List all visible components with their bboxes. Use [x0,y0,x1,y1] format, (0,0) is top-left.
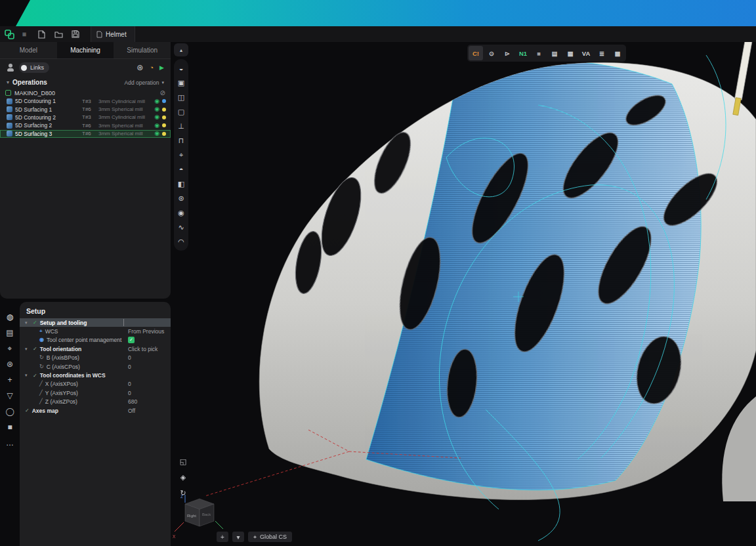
tab-model[interactable]: Model [0,42,57,58]
save-button[interactable] [68,28,83,41]
tab-machining[interactable]: Machining [57,42,114,58]
setup-row-setup-and-tooling[interactable]: ▾ ✓ Setup and tooling [20,318,171,327]
run-button[interactable]: ▶ [159,64,164,71]
transform-icon[interactable]: + [3,373,17,387]
statistics-button[interactable]: ▦ [563,46,578,60]
setup-row-axis-z[interactable]: ╱ Z (AxisZPos) 680 [20,398,171,406]
chevron-down-icon[interactable]: ▾ [25,346,30,352]
simulation-status-icon[interactable]: ◉ [154,106,159,112]
holder-icon[interactable]: ⊓ [174,133,188,148]
main-menu-button[interactable]: ≡ [17,28,32,41]
setup-row-axis-y[interactable]: ╱ Y (AxisYPos) 0 [20,388,171,397]
setup-row-value[interactable]: 0 [128,364,131,370]
helmet-model[interactable] [259,60,756,501]
stock-view-button[interactable]: ■ [532,46,546,60]
simulation-status-icon[interactable]: ◉ [154,114,159,120]
cube-front-label: Right [187,514,196,518]
curve-icon[interactable]: ∿ [174,220,188,234]
3d-viewport[interactable]: ▴ ◒ ▣ ◫ ▢ ⊥ ⊓ ⌖ ◓ ◧ ⊛ ◉ ∿ ◠ C! ⊙ ⊳ N1 [171,42,756,546]
setup-row-value[interactable]: 0 [128,390,131,396]
simulation-status-icon[interactable]: ◉ [154,123,159,129]
viewport-bottom-bar: + ▾ ⌖ Global CS [217,532,292,542]
operation-row-selected[interactable]: 5D Surfacing 3 T#6 3mm Spherical mill ◉ [0,130,171,138]
top-gradient-bar [0,0,756,26]
point-icon[interactable]: ◉ [174,205,188,220]
new-file-button[interactable] [34,28,49,41]
setup-row-axes-map[interactable]: ✓ Axes map Off [20,406,171,415]
pattern-icon[interactable]: ⊛ [174,191,188,205]
setup-row-axis-x[interactable]: ╱ X (AxisXPos) 0 [20,380,171,388]
magnet-icon[interactable]: ◓ [174,162,188,177]
setup-row-axis-c[interactable]: ↻ C (AxisCPos) 0 [20,362,171,371]
coordinate-system-chip[interactable]: ⌖ Global CS [248,532,292,542]
section-view-icon[interactable]: ◈ [176,470,190,484]
add-operation-button[interactable]: Add operation ▾ [125,79,164,86]
layers-button[interactable]: ≣ [595,46,609,60]
history-icon[interactable]: ◔ [149,64,154,72]
texture-icon[interactable]: ▤ [3,326,17,340]
setup-row-axis-b[interactable]: ↻ B (AxisBPos) 0 [20,354,171,362]
setup-row-value[interactable]: 0 [128,354,131,361]
document-icon [96,31,102,38]
fit-view-icon[interactable]: ◱ [176,454,190,469]
operation-row[interactable]: 5D Surfacing 1 T#6 3mm Spherical mill ◉ [0,105,171,113]
grid-button[interactable]: ▩ [610,46,625,60]
document-tab[interactable]: Helmet [91,26,135,42]
machine-icon[interactable]: ▣ [174,75,188,90]
setup-row-tcp-management[interactable]: ◉ Tool center point management ✓ [20,336,171,345]
stop-icon[interactable]: ■ [3,420,17,434]
operation-icon [7,98,12,104]
chevron-down-icon[interactable]: ▾ [7,79,9,85]
globe-icon[interactable]: ◯ [3,404,17,419]
surface-icon[interactable]: ◠ [174,234,188,249]
tool-list-button[interactable]: ▤ [547,46,562,60]
chevron-down-icon[interactable]: ▾ [25,373,30,378]
app-logo-icon[interactable] [4,29,14,39]
chevron-down-icon[interactable]: ▾ [25,320,30,326]
setup-row-value[interactable]: 0 [128,381,131,387]
collision-check-button[interactable]: C! [469,46,483,60]
setup-row-value[interactable]: 680 [128,398,137,405]
operation-row[interactable]: 5D Contouring 1 T#3 3mm Cylindrical mill… [0,97,171,105]
setup-row-wcs[interactable]: + WCS From Previous [20,327,171,335]
chevron-down-icon[interactable]: ▾ [232,532,244,542]
setup-row-value[interactable]: Click to pick [128,346,158,352]
collapse-toolbar-button[interactable]: ▴ [174,43,188,56]
door-icon[interactable]: ◧ [174,177,188,191]
simulation-status-icon[interactable]: ◉ [154,98,159,104]
open-file-button[interactable] [51,28,66,41]
user-icon [7,64,14,72]
viewport-3d-scene[interactable] [171,42,756,546]
machine-head-icon[interactable]: ◒ [174,61,188,75]
add-cs-button[interactable]: + [217,532,228,542]
tool-icon[interactable]: ⊥ [174,119,188,133]
operation-name: 5D Contouring 2 [15,114,79,121]
filter-icon[interactable]: ▽ [3,388,17,403]
fixture-icon[interactable]: ◫ [174,90,188,104]
render-shading-icon[interactable]: ◍ [3,310,17,324]
inspect-button[interactable]: ⊙ [484,46,499,60]
probe-button[interactable]: ⊳ [500,46,514,60]
settings-icon[interactable]: ⊛ [3,357,17,371]
probe-icon[interactable]: ⌖ [174,148,188,162]
simulation-status-icon[interactable]: ◉ [154,131,159,136]
navigation-icon[interactable]: ⌖ [3,341,17,356]
setup-row-value[interactable]: Off [128,408,135,414]
operation-row[interactable]: 5D Contouring 2 T#3 3mm Cylindrical mill… [0,114,171,121]
vibration-analysis-button[interactable]: VA [579,46,593,60]
setup-row-tool-coordinates[interactable]: ▾ ✓ Tool coordinates in WCS [20,371,171,379]
nc-blocks-button[interactable]: N1 [516,46,530,60]
operation-row[interactable]: 5D Surfacing 2 T#6 3mm Spherical mill ◉ [0,121,171,129]
machine-row[interactable]: MAKINO_D800 ⊘ [0,89,171,97]
check-icon: ✓ [33,320,37,326]
setup-row-tool-orientation[interactable]: ▾ ✓ Tool orientation Click to pick [20,345,171,353]
stock-icon[interactable]: ▢ [174,104,188,119]
chevron-down-icon: ▾ [161,80,164,85]
gear-icon[interactable]: ⊛ [136,63,143,72]
links-toggle[interactable]: Links [19,62,49,73]
left-icon-strip: ◍ ▤ ⌖ ⊛ + ▽ ◯ ■ … [0,307,20,450]
setup-row-value[interactable]: From Previous [128,328,164,335]
more-icon[interactable]: … [3,436,17,450]
tab-simulation[interactable]: Simulation [114,42,171,58]
tcp-checkbox[interactable]: ✓ [128,337,135,343]
